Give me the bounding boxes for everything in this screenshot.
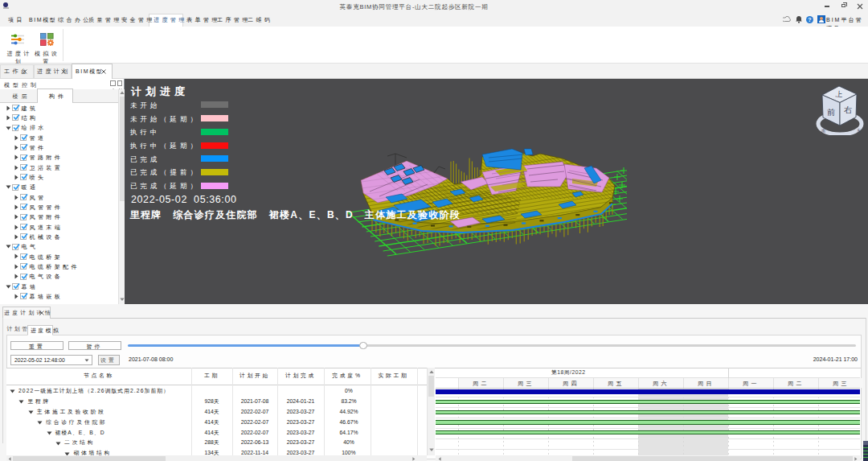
svg-text:东: 东: [857, 128, 861, 133]
svg-text:南: 南: [821, 128, 825, 133]
svg-text:前: 前: [827, 108, 835, 117]
svg-text:右: 右: [844, 105, 852, 114]
svg-text:上: 上: [835, 90, 843, 99]
